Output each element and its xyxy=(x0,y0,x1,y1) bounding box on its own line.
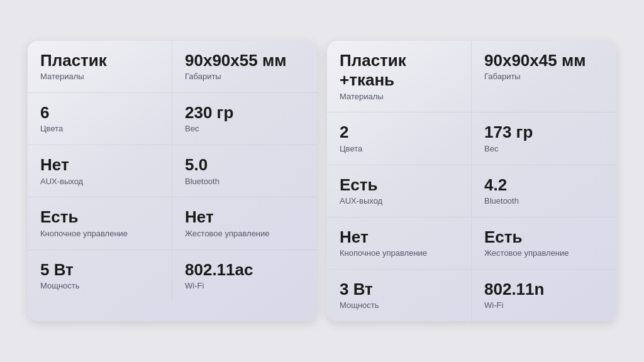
spec-label: Кнопочное управление xyxy=(40,229,159,239)
spec-cell: ЕстьКнопочное управление xyxy=(28,197,172,250)
spec-cell: 230 грВес xyxy=(172,93,317,145)
spec-cell: 173 грВес xyxy=(472,112,616,165)
spec-cell: 2Цвета xyxy=(327,112,472,165)
spec-value: Пластик xyxy=(40,51,159,70)
spec-cell: 4.2Bluetooth xyxy=(472,165,616,217)
spec-cell: ПластикМатериалы xyxy=(28,41,172,93)
spec-label: Габариты xyxy=(185,72,304,82)
spec-label: Жестовое управление xyxy=(484,248,604,259)
spec-value: 5 Вт xyxy=(40,260,159,280)
spec-label: Материалы xyxy=(40,72,159,82)
spec-value: 4.2 xyxy=(484,175,604,195)
spec-grid-1: ПластикМатериалы90х90х55 ммГабариты6Цвет… xyxy=(28,41,317,301)
spec-value: Есть xyxy=(340,175,458,195)
spec-cell: 90х90х55 ммГабариты xyxy=(172,41,317,93)
spec-label: Вес xyxy=(484,144,604,155)
comparison-wrapper: ПластикМатериалы90х90х55 ммГабариты6Цвет… xyxy=(18,31,626,331)
spec-cell: ЕстьЖестовое управление xyxy=(472,217,616,270)
spec-card-1: ПластикМатериалы90х90х55 ммГабариты6Цвет… xyxy=(28,41,317,321)
spec-value: 802.11n xyxy=(484,280,604,299)
spec-cell: 802.11acWi-Fi xyxy=(172,250,317,302)
spec-label: AUX-выход xyxy=(40,177,159,187)
spec-value: 2 xyxy=(340,123,458,142)
spec-value: 6 xyxy=(40,103,159,123)
spec-label: Мощность xyxy=(340,300,458,311)
spec-value: Нет xyxy=(40,155,159,175)
spec-cell: 5 ВтМощность xyxy=(28,250,172,302)
spec-value: Нет xyxy=(185,207,304,227)
spec-label: Цвета xyxy=(40,124,159,134)
spec-value: 802.11ac xyxy=(185,260,304,280)
spec-label: Вес xyxy=(185,124,304,134)
spec-label: Габариты xyxy=(484,72,604,82)
spec-label: Bluetooth xyxy=(185,177,304,187)
spec-cell: 3 ВтМощность xyxy=(327,270,472,321)
spec-cell: 90х90х45 ммГабариты xyxy=(472,41,616,112)
spec-cell: ЕстьAUX-выход xyxy=(327,165,472,217)
spec-value: 90х90х45 мм xyxy=(484,51,604,70)
spec-label: Кнопочное управление xyxy=(340,248,458,259)
spec-value: 3 Вт xyxy=(340,280,458,299)
spec-value: Есть xyxy=(40,207,159,227)
spec-label: Материалы xyxy=(340,92,458,102)
spec-label: Жестовое управление xyxy=(185,229,304,239)
spec-cell: НетAUX-выход xyxy=(28,145,172,197)
spec-value: 5.0 xyxy=(185,155,304,175)
spec-label: Цвета xyxy=(340,144,458,155)
spec-value: 173 гр xyxy=(484,123,604,142)
spec-cell: 5.0Bluetooth xyxy=(172,145,317,197)
spec-label: AUX-выход xyxy=(340,196,458,207)
spec-cell: Пластик +тканьМатериалы xyxy=(327,41,472,112)
spec-label: Bluetooth xyxy=(484,196,604,207)
spec-value: 90х90х55 мм xyxy=(185,51,304,70)
spec-cell: НетЖестовое управление xyxy=(172,197,317,250)
spec-cell: НетКнопочное управление xyxy=(327,217,472,270)
spec-label: Wi-Fi xyxy=(185,281,304,292)
spec-cell: 6Цвета xyxy=(28,93,172,145)
spec-card-2: Пластик +тканьМатериалы90х90х45 ммГабари… xyxy=(327,41,616,321)
spec-value: Нет xyxy=(340,228,458,247)
spec-label: Wi-Fi xyxy=(484,300,604,311)
spec-value: Пластик +ткань xyxy=(340,51,458,90)
spec-label: Мощность xyxy=(40,281,159,292)
spec-value: Есть xyxy=(484,228,604,247)
spec-value: 230 гр xyxy=(185,103,304,123)
spec-cell: 802.11nWi-Fi xyxy=(472,270,616,321)
spec-grid-2: Пластик +тканьМатериалы90х90х45 ммГабари… xyxy=(327,41,616,321)
